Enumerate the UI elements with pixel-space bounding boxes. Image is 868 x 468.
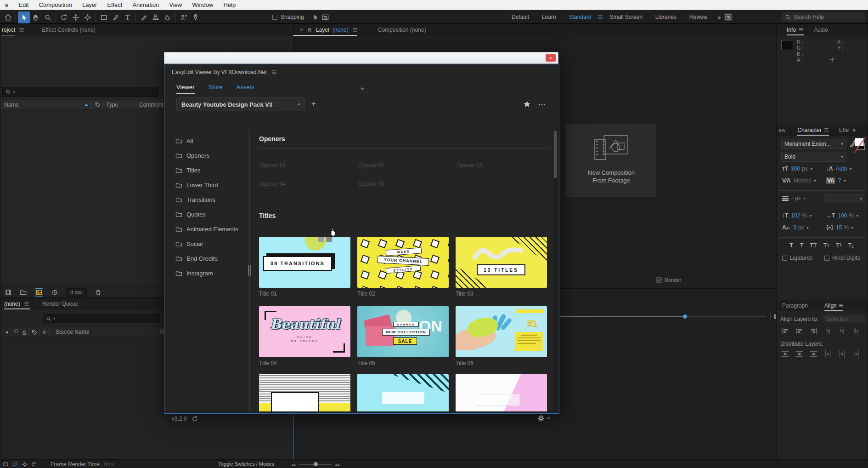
character-panel-menu-icon[interactable] [824, 127, 829, 132]
menu-composition[interactable]: Composition [34, 0, 77, 10]
align-center-h-icon[interactable] [795, 328, 803, 334]
tab-project[interactable]: roject [2, 27, 15, 33]
stroke-width-control[interactable]: - px ▾ [782, 195, 806, 201]
title-02-thumbnail[interactable]: MAKE YOUR CHANNEL STYLISH [357, 237, 449, 288]
project-search-box[interactable]: ▾ [2, 87, 158, 97]
panel-overflow-chevrons[interactable]: » [852, 127, 856, 133]
distribute-left-icon[interactable] [824, 351, 832, 357]
workspace-learn[interactable]: Learn [535, 10, 563, 24]
draft-3d-icon[interactable] [22, 462, 28, 467]
sidebar-item-end-credits[interactable]: End Credits [173, 251, 248, 266]
sidebar-item-lower-third[interactable]: Lower Third [173, 177, 248, 192]
toggle-switches-modes-button[interactable]: Toggle Switches / Modes [216, 461, 276, 468]
info-panel-menu-icon[interactable] [799, 27, 804, 32]
sidebar-item-transitions[interactable]: Transitions [173, 192, 248, 207]
sidebar-item-animated-elements[interactable]: Animated Elements [173, 222, 248, 236]
timeline-panel-menu-icon[interactable] [24, 301, 29, 307]
label-column-icon[interactable] [32, 330, 37, 335]
title-05-thumbnail[interactable]: ON SUMMER NEW COLLECTION SALE [357, 306, 449, 357]
opener-item-label[interactable]: Opener 04 [260, 181, 286, 187]
workspace-overflow-chevrons[interactable]: » [714, 14, 724, 21]
faux-bold-button[interactable]: T [789, 242, 793, 249]
snap-options-icon[interactable] [312, 14, 319, 21]
sort-ascending-icon[interactable] [84, 103, 89, 107]
workspace-libraries[interactable]: Libraries [649, 10, 683, 24]
column-source-name[interactable]: Source Name [56, 329, 89, 335]
align-bottom-icon[interactable] [852, 328, 860, 334]
new-folder-icon[interactable] [20, 289, 27, 296]
workspace-settings-icon[interactable] [724, 13, 733, 21]
camera-tool-icon[interactable] [70, 11, 82, 23]
selection-tool-icon[interactable] [18, 11, 30, 23]
workspace-default[interactable]: Default [505, 10, 535, 24]
grid-options-icon[interactable] [322, 14, 329, 21]
hand-tool-icon[interactable] [30, 11, 42, 23]
opener-item-label[interactable]: Opener 03 [457, 162, 483, 169]
column-name[interactable]: Name [4, 102, 19, 108]
opener-item-label[interactable]: Opener 02 [358, 162, 384, 169]
puppet-pin-tool-icon[interactable] [190, 11, 202, 23]
sidebar-item-all[interactable]: All [173, 133, 248, 148]
ligatures-checkbox[interactable] [782, 256, 787, 261]
project-panel-menu-icon[interactable] [19, 27, 24, 33]
title-06-thumbnail[interactable]: #1 [456, 306, 547, 357]
superscript-button[interactable]: T¹ [836, 242, 841, 249]
dialog-titlebar[interactable]: × [164, 52, 558, 64]
layer-panel-menu-icon[interactable] [352, 27, 358, 33]
menu-layer[interactable]: Layer [77, 0, 102, 10]
tab-assets[interactable]: Assets [237, 84, 254, 91]
plugin-panel-menu-icon[interactable] [271, 69, 277, 75]
title-01-thumbnail[interactable]: 08 TRANSITIONS [259, 237, 350, 288]
align-center-v-icon[interactable] [838, 328, 846, 334]
align-top-icon[interactable] [824, 328, 832, 334]
tracking-control[interactable]: VA 7 ▾ [826, 177, 845, 184]
more-options-icon[interactable] [538, 101, 546, 108]
title-03-thumbnail[interactable]: 13 TITLES [456, 237, 547, 288]
tab-layer-none[interactable]: (none) [333, 27, 349, 33]
menu-animation[interactable]: Animation [127, 0, 164, 10]
stroke-style-select[interactable]: ▾ [824, 194, 865, 203]
mask-shape-tool-icon[interactable] [98, 11, 110, 23]
render-checkbox[interactable] [656, 277, 662, 283]
favorite-star-icon[interactable] [523, 100, 531, 108]
sidebar-item-quotes[interactable]: Quotes [173, 207, 248, 222]
new-composition-from-footage-button[interactable]: New Composition From Footage [566, 124, 656, 197]
align-right-icon[interactable] [810, 328, 817, 334]
column-comment[interactable]: Comment [139, 102, 163, 108]
clone-stamp-tool-icon[interactable] [150, 11, 162, 23]
thumb-hover-action-2[interactable] [326, 237, 332, 242]
column-type[interactable]: Type [106, 102, 118, 108]
type-tool-icon[interactable] [122, 11, 134, 23]
menu-file[interactable]: e [0, 0, 13, 10]
align-left-icon[interactable] [781, 328, 789, 334]
subscript-button[interactable]: T₁ [848, 242, 854, 249]
distribute-bottom-icon[interactable] [810, 351, 817, 357]
tab-composition-none[interactable]: Composition (none) [378, 27, 426, 33]
refresh-icon[interactable] [192, 416, 198, 422]
audio-column-icon[interactable] [5, 330, 11, 335]
zoom-tool-icon[interactable] [42, 11, 54, 23]
zoom-out-mountain-icon[interactable] [291, 462, 296, 466]
label-color-column-icon[interactable] [95, 102, 101, 108]
workspace-small-screen[interactable]: Small Screen [603, 10, 648, 24]
project-settings-icon[interactable] [51, 289, 58, 296]
layer-tab-close-icon[interactable]: × [300, 27, 303, 33]
bit-depth-button[interactable]: 8 bpc [66, 288, 87, 297]
settings-gear-button[interactable] [537, 415, 551, 422]
flowchart-icon[interactable] [3, 462, 8, 467]
roto-brush-tool-icon[interactable] [178, 11, 190, 23]
sidebar-resize-handle[interactable] [248, 265, 251, 276]
menu-window[interactable]: Window [187, 0, 218, 10]
sidebar-item-instagram[interactable]: Instagram [173, 266, 248, 280]
delete-item-icon[interactable] [95, 289, 101, 296]
help-search-input[interactable] [794, 14, 849, 20]
pen-tool-icon[interactable] [110, 11, 122, 23]
baseline-shift-control[interactable]: Aa↑ 3 px ▾ [782, 224, 809, 231]
opener-item-label[interactable]: Opener 01 [260, 162, 286, 169]
distribute-right-icon[interactable] [852, 351, 860, 357]
tab-store[interactable]: Store [209, 84, 223, 91]
tab-effects-cut[interactable]: Effe [839, 127, 849, 133]
tsume-control[interactable]: 15 % ▾ [826, 224, 853, 231]
distribute-center-v-icon[interactable] [795, 351, 803, 357]
kerning-control[interactable]: V⁄A Metrics ▾ [782, 177, 816, 184]
